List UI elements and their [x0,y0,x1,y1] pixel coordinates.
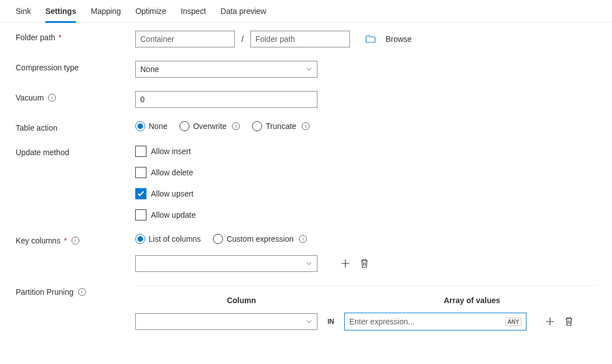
checkbox-label: Allow insert [151,147,191,156]
radio-label: Custom expression [226,234,293,243]
chevron-down-icon [306,260,312,267]
type-badge: ANY [505,318,521,326]
info-icon[interactable]: i [78,288,86,296]
vacuum-label: Vacuum [16,93,44,102]
tab-inspect[interactable]: Inspect [181,3,206,23]
info-icon[interactable]: i [302,122,310,130]
pp-expression-placeholder: Enter expression... [349,317,415,326]
tab-settings[interactable]: Settings [45,3,76,23]
browse-button[interactable]: Browse [386,35,412,44]
key-columns-label: Key columns [16,236,60,245]
chevron-down-icon [306,66,312,73]
container-input[interactable] [135,31,235,47]
info-icon[interactable]: i [299,235,307,243]
radio-label: List of columns [149,234,201,243]
required-mark: * [59,33,61,42]
delete-icon[interactable] [562,315,576,328]
compression-value: None [140,65,159,74]
pp-column-select[interactable] [135,313,317,330]
partition-pruning-label: Partition Pruning [16,288,74,296]
path-separator: / [240,35,245,44]
checkbox-label: Allow upsert [151,189,193,198]
pp-operator: IN [328,318,334,325]
radio-key-list[interactable]: List of columns [135,234,201,244]
checkbox-allow-delete[interactable]: Allow delete [135,167,196,178]
checkbox-label: Allow update [151,210,196,219]
radio-label: None [149,122,167,131]
add-icon[interactable] [339,257,352,270]
compression-label: Compression type [16,63,79,72]
info-icon[interactable]: i [72,237,79,245]
compression-select[interactable]: None [135,61,317,78]
tab-data-preview[interactable]: Data preview [221,3,267,23]
pp-values-header: Array of values [348,296,596,305]
delete-icon[interactable] [358,257,371,270]
checkbox-allow-update[interactable]: Allow update [135,209,196,221]
tab-mapping[interactable]: Mapping [91,3,121,23]
update-method-label: Update method [16,148,69,157]
radio-table-action-overwrite[interactable]: Overwrite i [179,121,240,131]
info-icon[interactable]: i [232,122,240,130]
checkbox-label: Allow delete [151,168,193,177]
tab-sink[interactable]: Sink [16,3,31,23]
folder-path-input[interactable] [250,31,350,47]
info-icon[interactable]: i [48,94,56,102]
tab-optimize[interactable]: Optimize [135,3,166,23]
pp-expression-input[interactable]: Enter expression... ANY [344,313,526,331]
required-mark: * [64,236,67,245]
checkbox-allow-upsert[interactable]: Allow upsert [135,188,196,199]
checkbox-allow-insert[interactable]: Allow insert [135,146,196,157]
add-icon[interactable] [543,315,557,328]
pp-column-header: Column [135,296,348,305]
vacuum-input[interactable] [135,91,317,108]
chevron-down-icon [306,318,312,325]
radio-table-action-truncate[interactable]: Truncate i [252,121,310,131]
radio-label: Overwrite [193,122,226,131]
key-column-select[interactable] [135,255,317,272]
table-action-label: Table action [16,123,58,132]
folder-path-label: Folder path [16,33,55,42]
radio-table-action-none[interactable]: None [135,121,167,131]
radio-key-custom[interactable]: Custom expression i [213,234,307,244]
folder-icon[interactable] [366,35,376,43]
radio-label: Truncate [265,122,296,131]
